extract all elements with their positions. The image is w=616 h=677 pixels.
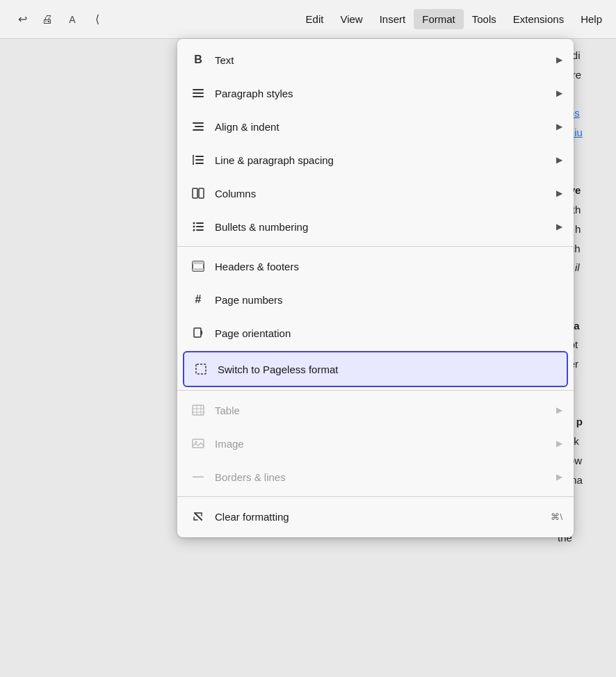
svg-rect-0 [193, 89, 204, 90]
menu-headers-footers[interactable]: Headers & footers [177, 250, 574, 283]
headers-footers-icon [188, 256, 208, 276]
menu-item-help[interactable]: Help [572, 9, 610, 29]
svg-rect-10 [199, 188, 204, 198]
columns-arrow-icon: ▶ [556, 188, 562, 198]
toolbar: ↩ 🖨 A ⟨ [6, 6, 298, 33]
svg-point-15 [193, 229, 195, 231]
image-label: Image [215, 438, 556, 450]
menu-bullets[interactable]: Bullets & numbering ▶ [177, 210, 574, 243]
menu-paragraph-styles[interactable]: Paragraph styles ▶ [177, 76, 574, 110]
borders-lines-label: Borders & lines [215, 471, 556, 483]
svg-rect-19 [193, 268, 204, 271]
svg-rect-22 [193, 405, 204, 415]
svg-rect-20 [194, 328, 201, 337]
page-orientation-label: Page orientation [215, 327, 562, 339]
menu-item-view[interactable]: View [332, 9, 371, 29]
menu-align-indent[interactable]: Align & indent ▶ [177, 110, 574, 143]
borders-lines-arrow-icon: ▶ [556, 472, 562, 482]
menu-bar: ↩ 🖨 A ⟨ Edit View Insert Format Tools Ex… [0, 0, 616, 39]
paragraph-styles-arrow-icon: ▶ [556, 88, 562, 98]
line-spacing-label: Line & paragraph spacing [215, 154, 556, 166]
format-dropdown: B Text ▶ Paragraph styles ▶ Align & inde… [177, 39, 574, 537]
menu-item-format[interactable]: Format [414, 9, 464, 29]
bold-text-icon: B [188, 50, 208, 70]
svg-rect-5 [193, 129, 204, 131]
menu-clear-formatting[interactable]: Clear formatting ⌘\ [177, 500, 574, 533]
menu-page-orientation[interactable]: Page orientation [177, 316, 574, 350]
svg-rect-21 [196, 364, 206, 374]
bullets-icon [188, 217, 208, 236]
undo-icon[interactable]: ↩ [11, 8, 33, 31]
svg-rect-12 [196, 222, 204, 224]
menu-page-numbers[interactable]: # Page numbers [177, 283, 574, 316]
svg-rect-3 [193, 122, 204, 124]
svg-rect-1 [193, 92, 204, 94]
menu-item-extensions[interactable]: Extensions [505, 9, 572, 29]
svg-rect-9 [193, 188, 197, 198]
table-label: Table [215, 405, 556, 416]
align-indent-icon [188, 117, 208, 136]
svg-line-29 [195, 513, 202, 520]
svg-rect-4 [195, 126, 204, 127]
svg-rect-14 [196, 226, 204, 227]
table-arrow-icon: ▶ [556, 405, 562, 415]
bullets-label: Bullets & numbering [215, 221, 556, 233]
svg-rect-2 [193, 96, 204, 97]
menu-switch-pageless[interactable]: Switch to Pageless format [183, 351, 568, 387]
menu-item-insert[interactable]: Insert [371, 9, 414, 29]
svg-rect-16 [196, 229, 204, 231]
line-spacing-icon [188, 150, 208, 170]
menu-columns[interactable]: Columns ▶ [177, 177, 574, 210]
bullets-arrow-icon: ▶ [556, 222, 562, 231]
columns-label: Columns [215, 188, 556, 199]
switch-pageless-label: Switch to Pageless format [218, 364, 560, 375]
svg-rect-6 [195, 156, 204, 157]
page-numbers-label: Page numbers [215, 294, 562, 306]
menu-table: Table ▶ [177, 393, 574, 427]
clear-formatting-label: Clear formatting [215, 511, 551, 523]
paint-format-icon[interactable]: ⟨ [86, 8, 108, 31]
print-icon[interactable]: 🖨 [36, 8, 58, 31]
page-numbers-icon: # [188, 290, 208, 309]
svg-point-13 [193, 226, 195, 228]
separator-1 [177, 246, 574, 247]
paragraph-styles-icon [188, 83, 208, 103]
svg-rect-18 [193, 261, 204, 264]
image-icon [188, 434, 208, 453]
menu-text[interactable]: B Text ▶ [177, 43, 574, 76]
align-indent-label: Align & indent [215, 121, 556, 133]
text-arrow-icon: ▶ [556, 55, 562, 65]
svg-rect-8 [195, 163, 204, 164]
menu-text-label: Text [215, 54, 556, 66]
menu-image: Image ▶ [177, 427, 574, 460]
clear-formatting-shortcut: ⌘\ [551, 512, 562, 522]
align-indent-arrow-icon: ▶ [556, 122, 562, 131]
clear-formatting-icon [188, 507, 208, 526]
columns-icon [188, 183, 208, 203]
svg-rect-7 [195, 159, 204, 161]
spellcheck-icon[interactable]: A [61, 8, 83, 31]
line-spacing-arrow-icon: ▶ [556, 155, 562, 165]
menu-line-spacing[interactable]: Line & paragraph spacing ▶ [177, 143, 574, 177]
menu-item-tools[interactable]: Tools [464, 9, 505, 29]
separator-2 [177, 390, 574, 391]
borders-lines-icon: — [188, 467, 208, 487]
separator-3 [177, 496, 574, 497]
pageless-icon [191, 359, 211, 379]
paragraph-styles-label: Paragraph styles [215, 88, 556, 99]
headers-footers-label: Headers & footers [215, 261, 562, 272]
svg-point-11 [193, 222, 195, 225]
menu-item-edit[interactable]: Edit [298, 9, 332, 29]
page-orientation-icon [188, 323, 208, 343]
menu-borders-lines: — Borders & lines ▶ [177, 460, 574, 494]
image-arrow-icon: ▶ [556, 439, 562, 448]
table-icon [188, 400, 208, 420]
